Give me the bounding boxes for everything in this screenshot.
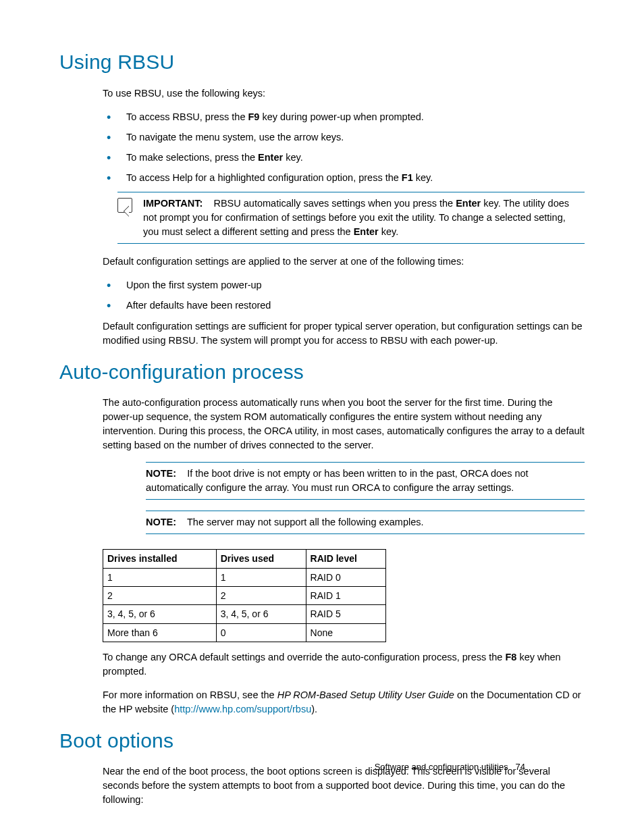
table-header: Drives used [216, 550, 306, 568]
table-row: More than 6 0 None [103, 623, 386, 642]
note-callout: NOTE: If the boot drive is not empty or … [146, 462, 585, 500]
list-item: Upon the first system power-up [103, 278, 585, 292]
note-callout: NOTE: The server may not support all the… [146, 511, 585, 534]
note-icon-col [117, 197, 134, 239]
heading-boot-options: Boot options [59, 726, 585, 756]
bullet-list: To access RBSU, press the F9 key during … [103, 110, 585, 185]
paragraph: To change any ORCA default settings and … [103, 650, 585, 679]
list-item: To access Help for a highlighted configu… [103, 171, 585, 185]
paragraph: For more information on RBSU, see the HP… [103, 688, 585, 716]
note-edit-icon [117, 198, 132, 213]
table-row: 3, 4, 5, or 6 3, 4, 5, or 6 RAID 5 [103, 605, 386, 623]
note-text: NOTE: If the boot drive is not empty or … [146, 467, 583, 495]
important-text: IMPORTANT: RBSU automatically saves sett… [143, 197, 583, 239]
rbsu-link[interactable]: http://www.hp.com/support/rbsu [174, 704, 311, 714]
list-item: After defaults have been restored [103, 298, 585, 313]
list-item: To access RBSU, press the F9 key during … [103, 110, 585, 124]
table-header: Drives installed [103, 550, 217, 568]
heading-auto-config: Auto-configuration process [59, 357, 585, 387]
heading-using-rbsu: Using RBSU [59, 47, 585, 77]
paragraph: Default configuration settings are suffi… [103, 319, 585, 348]
table-row: 1 1 RAID 0 [103, 568, 386, 586]
paragraph: To use RBSU, use the following keys: [103, 86, 585, 101]
table-header: RAID level [306, 550, 385, 568]
paragraph: Default configuration settings are appli… [103, 255, 585, 269]
page-footer: Software and configuration utilities 74 [375, 761, 525, 774]
bullet-list: Upon the first system power-up After def… [103, 278, 585, 313]
note-text: NOTE: The server may not support all the… [146, 515, 583, 529]
raid-table: Drives installed Drives used RAID level … [103, 549, 386, 642]
important-callout: IMPORTANT: RBSU automatically saves sett… [117, 192, 585, 244]
list-item: To navigate the menu system, use the arr… [103, 130, 585, 145]
table-row: 2 2 RAID 1 [103, 586, 386, 604]
list-item: To make selections, press the Enter key. [103, 151, 585, 165]
table-header-row: Drives installed Drives used RAID level [103, 550, 386, 568]
paragraph: The auto-configuration process automatic… [103, 396, 585, 452]
